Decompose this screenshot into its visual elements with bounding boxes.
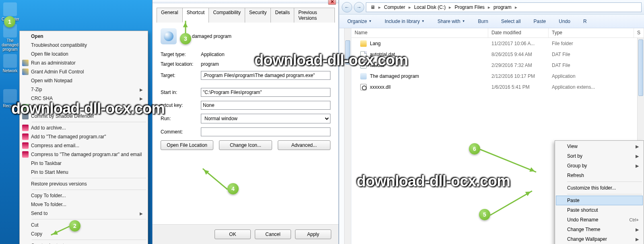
ctx-item[interactable]: Pin to Taskbar: [21, 159, 147, 168]
step-badge-6: 6: [469, 143, 480, 154]
close-icon[interactable]: ✕: [328, 0, 336, 5]
ectx-item[interactable]: Sort by▶: [556, 151, 643, 161]
breadcrumb-item[interactable]: program: [491, 3, 514, 12]
tab-details[interactable]: Details: [270, 8, 294, 23]
file-row[interactable]: The damaged program2/12/2016 10:17 PMApp…: [351, 71, 644, 81]
col-name[interactable]: Name: [351, 28, 488, 38]
file-row[interactable]: file.dat2/29/2016 7:32 AMDAT File: [351, 60, 644, 71]
open-file-location-button[interactable]: Open File Location: [161, 140, 213, 150]
ectx-item[interactable]: Paste: [556, 196, 643, 205]
dll-icon: [360, 84, 367, 90]
file-list-pane[interactable]: Name Date modified Type S Lang11/2/2017 …: [351, 28, 644, 244]
chevron-right-icon: ▶: [636, 154, 639, 159]
tab-previous-versions[interactable]: Previous Versions: [294, 8, 335, 23]
apply-button[interactable]: Apply: [295, 229, 331, 239]
ctx-item[interactable]: 7-Zip▶: [21, 85, 147, 94]
step-badge-4: 4: [227, 183, 239, 194]
col-size[interactable]: S: [634, 28, 644, 38]
forward-button[interactable]: →: [354, 2, 364, 13]
tab-security[interactable]: Security: [245, 8, 271, 23]
ctx-item[interactable]: Restore previous versions: [21, 179, 147, 188]
breadcrumb-item[interactable]: Local Disk (C:): [412, 3, 448, 12]
target-type-value: Application: [201, 52, 225, 57]
breadcrumb[interactable]: 🖥▸Computer▸Local Disk (C:)▸Program Files…: [366, 2, 642, 12]
ectx-item[interactable]: View▶: [556, 142, 643, 151]
ectx-item[interactable]: Refresh: [556, 171, 643, 180]
file-icon: [360, 51, 367, 58]
advanced-button[interactable]: Advanced...: [278, 140, 330, 150]
desktop-icon-network[interactable]: Network: [2, 54, 19, 73]
cancel-button[interactable]: Cancel: [255, 229, 291, 239]
ctx-item[interactable]: Copy: [21, 229, 147, 238]
breadcrumb-item[interactable]: Computer: [382, 3, 408, 12]
ctx-item[interactable]: Cut: [21, 221, 147, 229]
ctx-item[interactable]: Compress and email...: [21, 141, 147, 150]
file-row[interactable]: xxxxxx.dll1/6/2016 5:41 PMApplication ex…: [351, 81, 644, 92]
file-row[interactable]: Lang11/2/2017 10:06 A...File folder: [351, 38, 644, 49]
ctx-item[interactable]: Open file location: [21, 50, 147, 58]
ctx-item[interactable]: Copy To folder...: [21, 191, 147, 200]
ectx-item[interactable]: Group by▶: [556, 161, 643, 171]
undo-button[interactable]: Undo: [559, 19, 570, 24]
organize-menu[interactable]: Organize▼: [347, 19, 372, 24]
ctx-item[interactable]: Troubleshoot compatibility: [21, 41, 147, 50]
change-icon-button[interactable]: Change Icon...: [219, 140, 272, 150]
ectx-item[interactable]: Customize this folder...: [556, 183, 643, 193]
ctx-item[interactable]: Move To folder...: [21, 200, 147, 209]
comment-input[interactable]: [201, 127, 330, 136]
ctx-item[interactable]: CRC SHA▶: [21, 94, 147, 103]
file-row[interactable]: autotrial.dat8/26/2015 9:44 AMDAT File: [351, 49, 644, 60]
ctx-item[interactable]: Compress to "The damaged program.rar" an…: [21, 150, 147, 159]
target-location-value: program: [201, 61, 219, 67]
ctx-item[interactable]: Create shortcut: [21, 241, 147, 244]
step-badge-2: 2: [69, 220, 80, 231]
ectx-item[interactable]: Change Wallpaper▶: [556, 234, 643, 244]
column-headers[interactable]: Name Date modified Type S: [351, 28, 644, 38]
scrollbar-thumb[interactable]: [638, 40, 643, 96]
chevron-right-icon: ▸: [448, 3, 452, 12]
scrollbar-thumb[interactable]: [345, 40, 350, 65]
paste-button[interactable]: Paste: [534, 19, 546, 24]
ctx-item[interactable]: Grant Admin Full Control: [21, 67, 147, 76]
ectx-item[interactable]: Undo RenameCtrl+: [556, 215, 643, 225]
tab-general[interactable]: General: [157, 8, 183, 23]
explorer-window: ← → 🖥▸Computer▸Local Disk (C:)▸Program F…: [339, 0, 644, 244]
tab-compatibility[interactable]: Compatibility: [208, 8, 245, 23]
ctx-item[interactable]: Commit by Shadow Defender: [21, 112, 147, 121]
share-with-menu[interactable]: Share with▼: [438, 19, 465, 24]
ctx-item[interactable]: Add to archive...: [21, 123, 147, 132]
ectx-item[interactable]: Change Theme▶: [556, 225, 643, 234]
properties-titlebar[interactable]: The damaged program Properties ✕: [153, 0, 339, 3]
chevron-right-icon: ▶: [636, 237, 639, 242]
ctx-item[interactable]: Open with Notepad: [21, 76, 147, 85]
run-select[interactable]: Normal window: [201, 114, 330, 123]
ctx-item[interactable]: Send to▶: [21, 209, 147, 218]
burn-button[interactable]: Burn: [478, 19, 488, 24]
tree-scrollbar[interactable]: [344, 28, 351, 244]
chevron-right-icon: ▶: [140, 88, 143, 92]
ectx-item[interactable]: Paste shortcut: [556, 205, 643, 215]
desktop-icon-damaged-program[interactable]: The damaged program: [2, 24, 19, 52]
ctx-item[interactable]: Open: [21, 32, 147, 41]
tree-pane[interactable]: [339, 28, 351, 244]
rar-icon: [22, 125, 29, 131]
ctx-item[interactable]: Run as administrator: [21, 58, 147, 67]
col-date[interactable]: Date modified: [488, 28, 549, 38]
rar-icon: [22, 133, 29, 140]
ctx-item[interactable]: Add to "The damaged program.rar": [21, 132, 147, 141]
start-in-input[interactable]: [201, 88, 330, 97]
ok-button[interactable]: OK: [215, 229, 251, 239]
target-input[interactable]: [201, 71, 330, 80]
breadcrumb-item[interactable]: Program Files: [452, 3, 487, 12]
ctx-item[interactable]: Edit with Notepad++: [21, 103, 147, 112]
sd-icon: [22, 113, 29, 119]
toolbar-r[interactable]: R: [583, 19, 587, 24]
back-button[interactable]: ←: [342, 2, 352, 13]
select-all-button[interactable]: Select all: [501, 19, 521, 24]
ctx-item[interactable]: Pin to Start Menu: [21, 168, 147, 177]
desktop-context-menu: OpenTroubleshoot compatibilityOpen file …: [19, 31, 148, 244]
shortcut-key-input[interactable]: [201, 101, 330, 110]
include-in-library-menu[interactable]: Include in library▼: [385, 19, 425, 24]
desktop-icon-recycle[interactable]: Recycle: [2, 89, 19, 108]
col-type[interactable]: Type: [549, 28, 634, 38]
